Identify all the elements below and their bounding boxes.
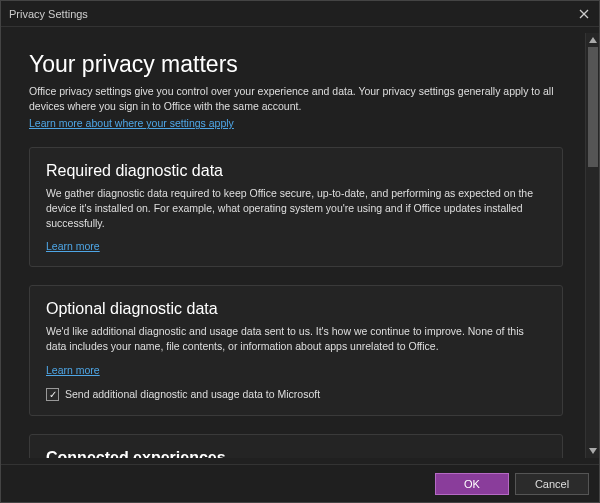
vertical-scrollbar[interactable] xyxy=(585,33,599,458)
optional-diagnostic-card: Optional diagnostic data We'd like addit… xyxy=(29,285,563,415)
settings-apply-link[interactable]: Learn more about where your settings app… xyxy=(29,117,234,129)
send-data-checkbox-label: Send additional diagnostic and usage dat… xyxy=(65,388,320,400)
scroll-content: Your privacy matters Office privacy sett… xyxy=(7,33,585,458)
content-area: Your privacy matters Office privacy sett… xyxy=(1,27,599,464)
window-title: Privacy Settings xyxy=(9,8,88,20)
optional-title: Optional diagnostic data xyxy=(46,300,546,318)
titlebar: Privacy Settings xyxy=(1,1,599,27)
connected-title: Connected experiences xyxy=(46,449,546,458)
page-heading: Your privacy matters xyxy=(29,51,563,78)
send-data-checkbox-row[interactable]: ✓ Send additional diagnostic and usage d… xyxy=(46,388,546,401)
required-title: Required diagnostic data xyxy=(46,162,546,180)
required-description: We gather diagnostic data required to ke… xyxy=(46,186,546,230)
scroll-down-icon[interactable] xyxy=(586,444,599,458)
connected-experiences-card: Connected experiences xyxy=(29,434,563,458)
page-description: Office privacy settings give you control… xyxy=(29,84,563,113)
ok-button[interactable]: OK xyxy=(435,473,509,495)
required-diagnostic-card: Required diagnostic data We gather diagn… xyxy=(29,147,563,267)
cancel-button[interactable]: Cancel xyxy=(515,473,589,495)
optional-learn-more-link[interactable]: Learn more xyxy=(46,364,100,376)
optional-description: We'd like additional diagnostic and usag… xyxy=(46,324,546,353)
close-icon[interactable] xyxy=(577,7,591,21)
required-learn-more-link[interactable]: Learn more xyxy=(46,240,100,252)
privacy-settings-window: Privacy Settings Your privacy matters Of… xyxy=(0,0,600,503)
svg-marker-3 xyxy=(589,448,597,454)
svg-marker-2 xyxy=(589,37,597,43)
scroll-thumb[interactable] xyxy=(588,47,598,167)
send-data-checkbox[interactable]: ✓ xyxy=(46,388,59,401)
scroll-up-icon[interactable] xyxy=(586,33,599,47)
dialog-footer: OK Cancel xyxy=(1,464,599,502)
